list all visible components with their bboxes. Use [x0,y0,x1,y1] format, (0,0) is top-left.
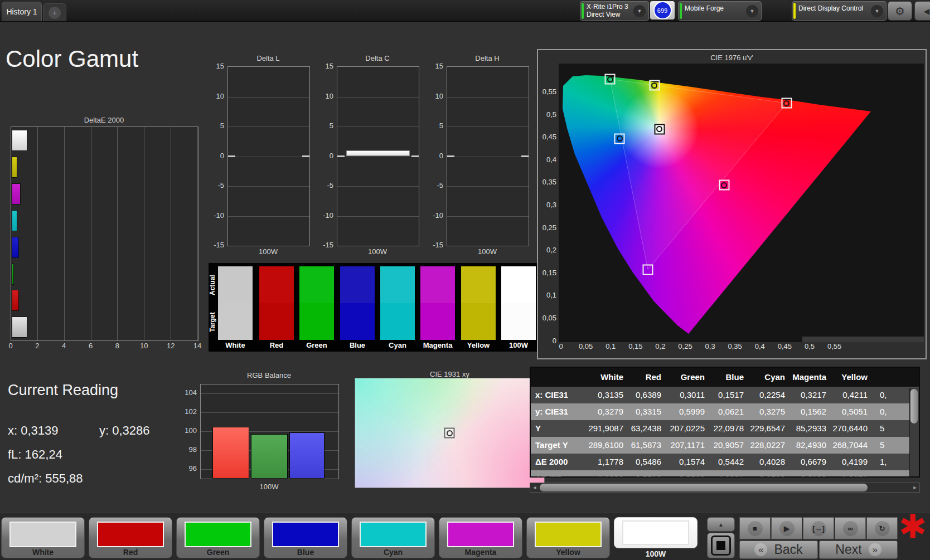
settings-button[interactable]: ⚙ [888,1,912,21]
play-icon: ▶ [779,521,795,536]
cie1976-x-tick: 0,4 [748,342,772,350]
delta-chart-delta-c [337,66,419,246]
swatch-magenta [420,266,455,340]
table-cell: 2,5512 [629,470,667,478]
reading-count-panel[interactable]: 699 [650,1,675,20]
table-cell: 229,6547 [749,420,791,437]
up-arrow-icon: ▲ [718,522,724,528]
page-title: Color Gamut [6,46,138,72]
patch-swatch [360,522,427,547]
add-tab-button[interactable]: + [43,3,66,21]
swatch-cyan [380,266,415,340]
loop-button[interactable]: ∞ [835,517,866,539]
cie1976-marker-magenta-secondary [719,180,729,191]
table-horizontal-scrollbar[interactable]: ◄ ► [530,483,920,493]
delta-y-tick: -15 [314,241,333,249]
chevron-left-icon: ◀ [924,7,930,16]
delta-y-tick: -10 [424,211,443,220]
play-button[interactable]: ▶ [771,517,802,539]
back-button[interactable]: « Back [739,540,818,559]
patch-list-up-button[interactable]: ▲ [707,517,735,532]
scrollbar-thumb[interactable] [540,484,868,491]
patch-button-red[interactable]: Red [89,517,172,558]
swatch-label: Cyan [380,341,415,349]
patch-window-button[interactable] [707,533,735,558]
table-cell: 0,4211 [832,387,873,403]
patch-button-cyan[interactable]: Cyan [351,517,435,558]
deltae-chart-title: DeltaE 2000 [11,116,197,124]
tab-history-1[interactable]: History 1 [2,2,42,21]
rgb-bar-blue [289,432,324,479]
patch-label: Red [89,548,172,557]
table-header-row: WhiteRedGreenBlueCyanMagentaYellow [531,368,920,387]
workflow-status-bar [680,3,682,19]
swatch-red [259,266,294,340]
step-icon: [↔] [811,521,826,536]
cie1976-y-tick: 0,1 [538,291,556,299]
patch-button-yellow[interactable]: Yellow [526,517,610,558]
column-header: Red [629,368,667,387]
swatch-label: Red [259,341,294,349]
patch-button-green[interactable]: Green [176,517,260,558]
workflow-dropdown[interactable]: Mobile Forge ▼ [678,1,762,21]
patch-button-white[interactable]: White [1,517,85,558]
delta-x-label: 100W [337,247,418,256]
scroll-right-icon[interactable]: ► [910,483,919,492]
column-header: White [587,368,629,387]
patch-label: White [2,548,84,557]
cie1976-x-tick: 0,05 [574,342,598,350]
table-cell: 0,5442 [710,454,749,470]
delta-x-label: 100W [227,247,309,256]
swatch-actual [259,266,294,303]
display-control-name: Direct Display Control [798,4,863,12]
deltae-x-tick: 4 [56,342,72,350]
refresh-button[interactable]: ↻ [866,517,898,539]
reading-count-badge: 699 [653,1,672,20]
delta-y-tick: 0 [424,152,443,160]
step-button[interactable]: [↔] [803,517,834,539]
patch-label: 100W [614,549,698,558]
cie1976-x-tick: 0,35 [723,342,747,350]
row-label: Target Y [531,437,587,454]
table-cell: 0,1517 [710,387,749,403]
patch-button-magenta[interactable]: Magenta [439,517,522,558]
table-cell: 268,7044 [832,437,873,454]
stop-button[interactable]: ■ [739,517,771,539]
deltae-x-tick: 12 [162,342,179,350]
next-button[interactable]: Next » [819,540,898,559]
scrollbar-thumb[interactable] [910,389,918,423]
row-label: Y [531,420,587,437]
next-chevron-icon: » [869,543,881,556]
scroll-left-icon[interactable]: ◄ [530,483,539,492]
collapse-panel-button[interactable]: ◀ [914,1,930,21]
patch-button-100w[interactable] [614,517,698,548]
delta-chart-delta-h [447,66,529,246]
meter-dropdown[interactable]: X-Rite i1Pro 3 Direct View ▼ [580,1,649,21]
patch-swatch [9,522,76,547]
cie1976-marker-red-primary [781,98,792,109]
cie1976-marker-yellow-secondary [649,80,660,91]
table-cell: 0,6679 [791,454,832,470]
swatch-actual [501,266,536,303]
delta-y-tick: -5 [314,181,333,189]
display-control-dropdown[interactable]: Direct Display Control ▼ [792,1,887,21]
delta-y-tick: 10 [424,92,443,100]
refresh-icon: ↻ [875,521,890,536]
table-cell: 207,0225 [667,420,710,437]
table-vertical-scrollbar[interactable] [909,388,919,476]
deltae-chart [11,126,198,341]
patch-button-blue[interactable]: Blue [264,517,347,558]
swatch-target [420,303,455,340]
row-label [531,368,587,387]
cie1976-y-tick: 0,35 [538,178,556,186]
table-cell: 0,1562 [791,403,832,420]
delta-y-tick: 5 [424,121,443,130]
row-label: y: CIE31 [531,403,587,420]
cie1931-title: CIE 1931 xy [355,370,545,378]
swatch-target [461,303,496,340]
rgb-balance-chart [200,384,339,479]
patch-label: Yellow [527,548,609,557]
table-cell: 0,3275 [749,403,791,420]
table-cell: 270,6440 [832,420,873,437]
rgb-y-tick: 104 [178,388,197,397]
